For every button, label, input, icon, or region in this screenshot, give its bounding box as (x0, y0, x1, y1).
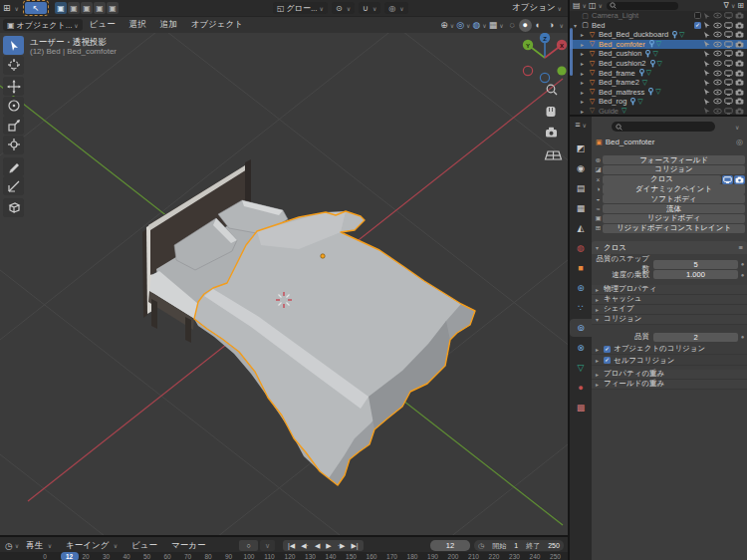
camera-icon[interactable] (735, 12, 744, 19)
properties-view-layer-tab[interactable]: ▦ (570, 199, 592, 217)
outliner-row-Bed_frame2[interactable]: ▸▽Bed_frame2▽ (570, 78, 747, 88)
subpanel-キャッシュ[interactable]: ▸キャッシュ (592, 295, 747, 305)
rigid-body-button[interactable]: リジッドボディ (603, 214, 745, 223)
field-value-input[interactable]: 5 (653, 260, 738, 269)
screen-icon[interactable] (724, 22, 733, 29)
screen-icon[interactable] (724, 108, 733, 115)
properties-tool-tab[interactable]: ◩ (570, 140, 592, 157)
select-arrow-icon[interactable] (703, 12, 711, 20)
select-arrow-icon[interactable] (703, 40, 711, 48)
animate-dot-icon[interactable]: ● (738, 261, 747, 267)
gizmo-minus-x-axis[interactable] (523, 66, 532, 75)
select-mode-extend-icon[interactable]: ▣ (68, 2, 80, 14)
object-name-label[interactable]: Bed_mattress (599, 88, 644, 97)
object-name-label[interactable]: Bed_frame2 (599, 78, 639, 87)
timeline-ruler[interactable]: 0203040506070809010011012013014015016017… (0, 552, 568, 560)
jump-end-icon[interactable]: ▶| (348, 542, 361, 550)
screen-icon[interactable] (724, 50, 733, 57)
select-arrow-icon[interactable] (703, 79, 711, 87)
current-frame-field[interactable]: 12 (430, 540, 470, 551)
display-mode-icon[interactable]: ◫ (589, 1, 597, 10)
select-box-tool-button[interactable] (3, 36, 24, 55)
properties-scene-tab[interactable]: ◭ (570, 219, 592, 237)
rotate-tool-button[interactable] (3, 97, 24, 116)
outliner-scrollbar[interactable] (570, 28, 573, 76)
viewport-3d[interactable]: Y Z X ⊞ ∨ ↖ ▣▣▣▣▣ ◱ グロー... (0, 0, 568, 535)
play-icon[interactable]: ▶ (323, 542, 334, 550)
collapse-arrow-icon[interactable]: ▸ (581, 70, 588, 77)
properties-physics-tab[interactable]: ⊚ (570, 319, 592, 337)
object-name-label[interactable]: Bed_rog (599, 97, 626, 106)
properties-modifiers-tab[interactable]: ⊛ (570, 279, 592, 297)
cloth-render-toggle[interactable] (734, 175, 745, 184)
check-subpanel-オブジェクトのコリジョン[interactable]: ▸✓オブジェクトのコリジョン (592, 345, 747, 355)
xray-toggle-icon[interactable]: ▦∨ (489, 20, 504, 30)
collapse-arrow-icon[interactable]: ▸ (581, 50, 588, 57)
screen-icon[interactable] (724, 60, 733, 67)
camera-icon[interactable] (735, 22, 744, 29)
cloth-panel-header[interactable]: ▾クロス≡ (592, 241, 747, 254)
outliner-row-Guide[interactable]: ▸▽Guide▽ (570, 107, 747, 117)
object-name-label[interactable]: Bed_comfoter (599, 40, 645, 49)
modifier-wrench-icon[interactable] (671, 31, 678, 39)
outliner-row-Camera_Light[interactable]: ▢Camera_Light✓ (570, 11, 747, 21)
properties-material-tab[interactable]: ● (570, 379, 592, 397)
select-mode-intersect-icon[interactable]: ▣ (107, 2, 119, 14)
menu-追加[interactable]: 追加 (153, 19, 184, 31)
select-arrow-icon[interactable] (703, 98, 711, 106)
add-cube-tool-button[interactable] (3, 198, 24, 217)
checkbox[interactable]: ✓ (604, 357, 611, 364)
select-mode-invert-icon[interactable]: ▣ (94, 2, 106, 14)
collapse-arrow-icon[interactable]: ▸ (581, 79, 588, 86)
physics-icon[interactable]: ▽ (656, 40, 661, 48)
options-dropdown[interactable]: オプション ∨ (512, 0, 562, 16)
eye-icon[interactable] (713, 31, 722, 38)
properties-output-tab[interactable]: ▤ (570, 179, 592, 197)
collection-checkbox[interactable]: ✓ (694, 22, 701, 29)
gizmo-minus-z-axis[interactable] (540, 73, 549, 82)
camera-icon[interactable] (735, 79, 744, 86)
gizmo-minus-y-axis[interactable] (557, 66, 566, 75)
screen-icon[interactable] (724, 70, 733, 77)
select-arrow-icon[interactable] (703, 60, 711, 68)
check-subpanel-セルフコリジョン[interactable]: ▸✓セルフコリジョン (592, 357, 747, 367)
new-collection-icon[interactable]: ⊞ (737, 1, 744, 10)
collection-checkbox[interactable]: ✓ (694, 12, 701, 19)
camera-icon[interactable] (735, 50, 744, 57)
camera-icon[interactable] (735, 108, 744, 115)
eye-icon[interactable] (713, 89, 722, 96)
camera-icon[interactable] (735, 41, 744, 48)
checkbox[interactable]: ✓ (604, 346, 611, 353)
shading-material-icon[interactable]: ◐ (532, 19, 545, 32)
select-mode-subtract-icon[interactable]: ▣ (81, 2, 93, 14)
screen-icon[interactable] (724, 41, 733, 48)
object-name-label[interactable]: Guide (599, 107, 619, 116)
pivot-point-dropdown[interactable]: ⊙∨ (332, 2, 355, 14)
xray-dropdown-icon[interactable]: ◍∨ (472, 20, 486, 30)
properties-search-input[interactable] (612, 122, 715, 132)
object-name-label[interactable]: Bed_frame (599, 69, 635, 78)
animate-dot-icon[interactable]: ● (738, 334, 747, 340)
shading-rendered-icon[interactable]: ◑ (545, 19, 558, 32)
outliner-row-Bed_Bed_duckboard[interactable]: ▸▽Bed_Bed_duckboard▽ (570, 30, 747, 40)
outliner-row-Bed_comfoter[interactable]: ▸▽Bed_comfoter▽ (570, 40, 747, 50)
screen-icon[interactable] (724, 31, 733, 38)
eye-icon[interactable] (713, 98, 722, 105)
dynamic-paint-button[interactable]: ダイナミックペイント (603, 184, 745, 193)
physics-icon[interactable]: ▽ (652, 50, 657, 58)
breadcrumb-object-name[interactable]: Bed_comfoter (606, 138, 655, 146)
modifier-wrench-icon[interactable] (638, 69, 645, 77)
play-reverse-icon[interactable]: ◀ (312, 542, 323, 550)
outliner-search-input[interactable] (607, 2, 678, 10)
screen-icon[interactable] (724, 89, 733, 96)
gizmos-dropdown-icon[interactable]: ⊕∨ (440, 20, 454, 30)
select-arrow-icon[interactable] (703, 31, 711, 39)
modifier-wrench-icon[interactable] (649, 60, 656, 68)
collapse-arrow-icon[interactable]: ▸ (581, 89, 588, 96)
bed-model[interactable] (142, 159, 475, 485)
properties-particles-tab[interactable]: ∵ (570, 299, 592, 317)
pin-icon[interactable]: ◎ (736, 138, 743, 146)
object-name-label[interactable]: Bed (592, 21, 605, 30)
physics-icon[interactable]: ▽ (657, 60, 662, 68)
viewport-canvas[interactable]: Y Z X (0, 33, 568, 535)
